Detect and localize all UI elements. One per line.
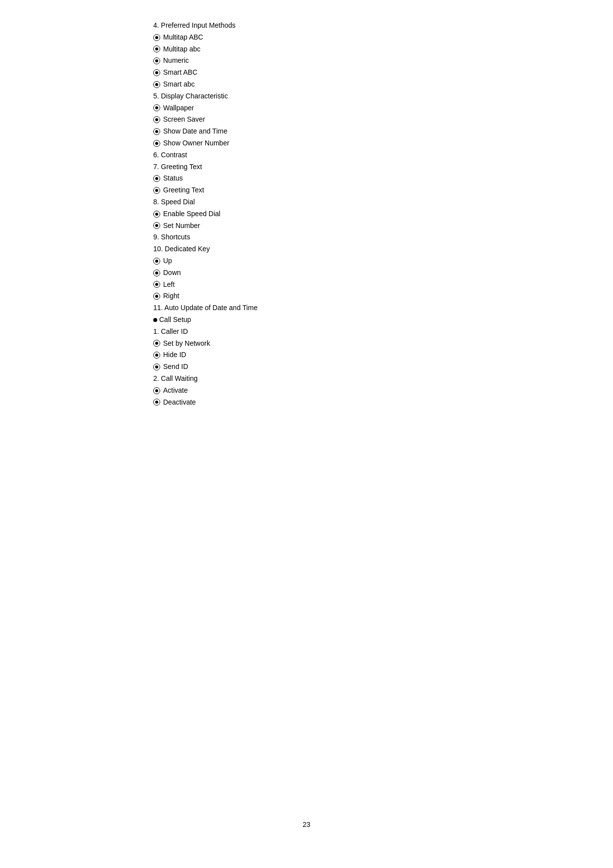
- radio-label: Multitap ABC: [163, 32, 203, 44]
- radio-label: Multitap abc: [163, 44, 200, 55]
- radio-item: Activate: [153, 385, 258, 397]
- radio-item: Smart ABC: [153, 67, 258, 79]
- page-content: 4. Preferred Input MethodsMultitap ABCMu…: [153, 20, 258, 408]
- radio-icon: [153, 116, 160, 123]
- section-item: 5. Display Characteristic: [153, 91, 258, 102]
- radio-label: Deactivate: [163, 397, 196, 409]
- bullet-dot-icon: [153, 318, 157, 322]
- radio-label: Set Number: [163, 220, 200, 232]
- radio-item: Left: [153, 279, 258, 291]
- radio-label: Status: [163, 173, 183, 184]
- radio-icon: [153, 46, 160, 52]
- radio-item: Show Date and Time: [153, 126, 258, 137]
- radio-item: Multitap ABC: [153, 32, 258, 44]
- radio-item: Status: [153, 173, 258, 184]
- radio-label: Wallpaper: [163, 102, 194, 114]
- radio-label: Hide ID: [163, 349, 186, 361]
- radio-label: Activate: [163, 385, 188, 397]
- page-number: 23: [303, 821, 310, 828]
- radio-item: Deactivate: [153, 397, 258, 409]
- radio-item: Show Owner Number: [153, 137, 258, 149]
- radio-icon: [153, 175, 160, 182]
- radio-icon: [153, 399, 160, 406]
- section-item: 11. Auto Update of Date and Time: [153, 302, 258, 314]
- radio-item: Down: [153, 267, 258, 279]
- radio-item: Up: [153, 255, 258, 267]
- radio-label: Smart ABC: [163, 67, 197, 79]
- radio-item: Numeric: [153, 55, 258, 67]
- section-item: 8. Speed Dial: [153, 196, 258, 208]
- radio-label: Numeric: [163, 55, 189, 67]
- radio-icon: [153, 81, 160, 88]
- radio-item: Set by Network: [153, 338, 258, 350]
- radio-icon: [153, 140, 160, 147]
- radio-label: Right: [163, 290, 179, 302]
- radio-icon: [153, 387, 160, 394]
- radio-item: Multitap abc: [153, 44, 258, 55]
- bullet-item: Call Setup: [153, 314, 258, 326]
- radio-label: Greeting Text: [163, 184, 204, 196]
- radio-icon: [153, 352, 160, 359]
- radio-item: Smart abc: [153, 79, 258, 91]
- radio-icon: [153, 211, 160, 218]
- radio-item: Hide ID: [153, 349, 258, 361]
- radio-label: Down: [163, 267, 181, 279]
- radio-label: Smart abc: [163, 79, 195, 91]
- radio-item: Wallpaper: [153, 102, 258, 114]
- radio-icon: [153, 281, 160, 288]
- radio-icon: [153, 340, 160, 347]
- radio-item: Right: [153, 290, 258, 302]
- section-item: 6. Contrast: [153, 149, 258, 161]
- bullet-label: Call Setup: [159, 314, 191, 326]
- radio-icon: [153, 104, 160, 111]
- radio-label: Set by Network: [163, 338, 210, 350]
- radio-item: Enable Speed Dial: [153, 208, 258, 220]
- section-item: 10. Dedicated Key: [153, 243, 258, 255]
- radio-icon: [153, 57, 160, 64]
- radio-item: Set Number: [153, 220, 258, 232]
- radio-icon: [153, 128, 160, 135]
- radio-icon: [153, 258, 160, 265]
- radio-label: Show Owner Number: [163, 137, 229, 149]
- radio-label: Enable Speed Dial: [163, 208, 220, 220]
- section-item: 4. Preferred Input Methods: [153, 20, 258, 32]
- radio-icon: [153, 364, 160, 370]
- section-item: 1. Caller ID: [153, 326, 258, 338]
- radio-label: Screen Saver: [163, 114, 205, 126]
- radio-label: Left: [163, 279, 175, 291]
- section-item: 2. Call Waiting: [153, 373, 258, 385]
- radio-icon: [153, 222, 160, 229]
- radio-label: Up: [163, 255, 172, 267]
- radio-label: Send ID: [163, 361, 188, 373]
- radio-icon: [153, 69, 160, 76]
- section-item: 7. Greeting Text: [153, 161, 258, 173]
- section-item: 9. Shortcuts: [153, 231, 258, 243]
- radio-label: Show Date and Time: [163, 126, 227, 137]
- radio-item: Screen Saver: [153, 114, 258, 126]
- radio-icon: [153, 34, 160, 41]
- radio-item: Send ID: [153, 361, 258, 373]
- radio-icon: [153, 270, 160, 276]
- radio-icon: [153, 293, 160, 300]
- radio-icon: [153, 187, 160, 194]
- radio-item: Greeting Text: [153, 184, 258, 196]
